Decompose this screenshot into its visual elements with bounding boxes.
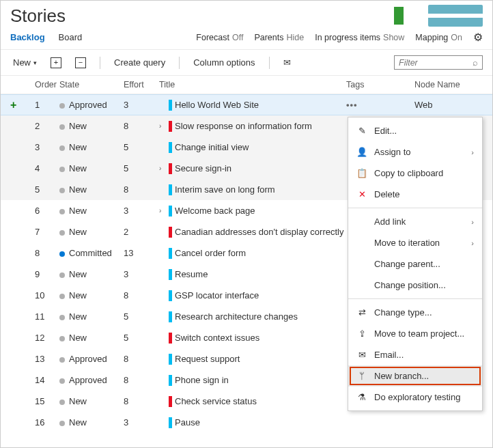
pencil-icon: ✎ [356, 126, 367, 136]
table-row[interactable]: +1Approved3 Hello World Web Site•••Web [1, 94, 492, 115]
expand-icon[interactable]: › [159, 122, 166, 130]
new-button[interactable]: New ▾ [10, 56, 40, 69]
type-color-bar [169, 184, 172, 195]
ctx-email[interactable]: ✉Email... [348, 344, 482, 365]
search-icon[interactable]: ⌕ [473, 57, 478, 68]
cell-order: 5 [35, 184, 59, 195]
ctx-assign-to[interactable]: 👤Assign to› [348, 141, 482, 163]
cell-title[interactable]: Research architecture changes [159, 311, 346, 322]
table-row[interactable]: 16New3 Pause [1, 412, 492, 433]
expand-icon[interactable]: › [159, 207, 166, 214]
ctx-change-parent[interactable]: Change parent... [348, 253, 482, 275]
type-color-bar [169, 121, 172, 132]
cell-order: 15 [35, 396, 59, 406]
cell-order: 3 [35, 142, 59, 152]
cell-order: 13 [35, 354, 59, 364]
cell-title[interactable]: Pause [159, 417, 346, 428]
cell-title[interactable]: Request support [159, 354, 346, 365]
cell-state: New [59, 311, 124, 322]
cell-tags: ••• [346, 100, 414, 110]
cell-title[interactable]: GSP locator interface [159, 290, 346, 301]
ctx-add-link[interactable]: Add link› [348, 211, 482, 232]
cell-effort: 3 [124, 417, 159, 428]
column-headers: Order State Effort Title Tags Node Name [1, 76, 492, 94]
gear-icon[interactable]: ⚙ [473, 31, 483, 44]
cell-state: New [59, 417, 124, 428]
toggle-forecast[interactable]: ForecastOff [196, 33, 243, 42]
cell-order: 7 [35, 227, 59, 237]
cell-effort: 2 [124, 227, 159, 237]
cell-title[interactable]: Switch context issues [159, 333, 346, 344]
cell-title[interactable]: Change initial view [159, 142, 346, 153]
cell-title[interactable]: Phone sign in [159, 375, 346, 386]
expand-icon[interactable]: › [159, 165, 166, 172]
type-color-bar [169, 163, 172, 174]
cell-state: New [59, 227, 124, 237]
type-color-bar [169, 354, 172, 365]
cell-order: 9 [35, 269, 59, 279]
clipboard-icon: 📋 [356, 168, 367, 178]
chevron-right-icon: › [471, 148, 474, 156]
type-color-bar [169, 269, 172, 280]
ctx-exploratory[interactable]: ⚗Do exploratory testing [348, 387, 482, 408]
cell-effort: 8 [124, 375, 159, 385]
brand-logo [428, 5, 483, 27]
email-icon[interactable]: ✉ [281, 56, 294, 69]
cell-order: 4 [35, 163, 59, 173]
ctx-edit[interactable]: ✎Edit... [348, 120, 482, 141]
plus-icon[interactable]: + [10, 99, 16, 111]
toggle-inprogress[interactable]: In progress itemsShow [315, 33, 404, 42]
cell-state: Approved [59, 100, 124, 110]
toggle-mapping[interactable]: MappingOn [415, 33, 462, 42]
cell-state: New [59, 269, 124, 279]
cell-order: 14 [35, 375, 59, 385]
ctx-delete[interactable]: ✕Delete [348, 184, 482, 205]
move-icon: ⇪ [356, 328, 367, 339]
cell-title[interactable]: Hello World Web Site [159, 100, 346, 111]
ctx-change-position[interactable]: Change position... [348, 275, 482, 296]
filter-input[interactable] [399, 58, 460, 68]
ctx-move-project[interactable]: ⇪Move to team project... [348, 323, 482, 344]
ctx-copy[interactable]: 📋Copy to clipboard [348, 163, 482, 184]
cell-order: 10 [35, 290, 59, 300]
tab-backlog[interactable]: Backlog [10, 32, 45, 42]
type-color-bar [169, 333, 172, 344]
ctx-move-iteration[interactable]: Move to iteration› [348, 232, 482, 253]
cell-effort: 8 [124, 354, 159, 364]
toggle-parents[interactable]: ParentsHide [254, 33, 304, 42]
create-query-button[interactable]: Create query [111, 56, 168, 69]
filter-input-container[interactable]: ⌕ [394, 55, 483, 70]
cell-title[interactable]: Interim save on long form [159, 184, 346, 195]
branch-icon: ᛘ [356, 371, 367, 381]
cell-title[interactable]: Check service status [159, 396, 346, 407]
cell-order: 2 [35, 121, 59, 131]
page-title: Stories [10, 5, 66, 27]
cell-effort: 8 [124, 184, 159, 195]
cell-effort: 3 [124, 269, 159, 279]
chart-bar-icon [394, 7, 404, 25]
remove-item-icon[interactable]: − [72, 56, 89, 70]
cell-order: 16 [35, 417, 59, 428]
cell-state: New [59, 163, 124, 173]
column-options-button[interactable]: Column options [191, 56, 257, 69]
cell-state: New [59, 290, 124, 300]
delete-icon: ✕ [356, 189, 367, 199]
ctx-new-branch[interactable]: ᛘNew branch... [348, 365, 482, 387]
cell-state: New [59, 396, 124, 406]
cell-title[interactable]: Resume [159, 269, 346, 280]
cell-title[interactable]: › Welcome back page [159, 206, 346, 216]
cell-title[interactable]: Canadian addresses don't display correct… [159, 227, 346, 238]
add-item-icon[interactable]: + [48, 56, 64, 70]
type-color-bar [169, 100, 172, 111]
cell-title[interactable]: › Secure sign-in [159, 163, 346, 174]
ctx-change-type[interactable]: ⇄Change type... [348, 302, 482, 323]
type-color-bar [169, 311, 172, 322]
cell-state: New [59, 142, 124, 152]
more-icon[interactable]: ••• [346, 100, 358, 110]
cell-effort: 5 [124, 142, 159, 152]
cell-order: 11 [35, 311, 59, 322]
cell-title[interactable]: › Slow response on information form [159, 121, 346, 132]
tab-board[interactable]: Board [59, 32, 83, 42]
cell-effort: 5 [124, 311, 159, 322]
cell-title[interactable]: Cancel order form [159, 248, 346, 259]
